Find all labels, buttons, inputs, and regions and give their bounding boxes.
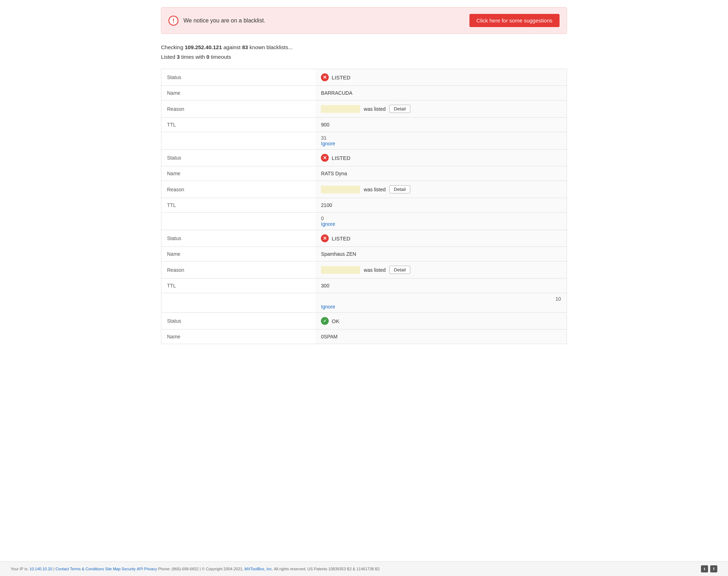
suggestions-button[interactable]: Click here for some suggestions	[469, 14, 560, 27]
footer-contact[interactable]: Contact	[56, 567, 69, 571]
action-row-3: 10 Ignore	[161, 293, 567, 313]
footer-left: Your IP is: 10.140.10.20 | Contact Terms…	[11, 567, 380, 571]
timeouts-text: timeouts	[211, 54, 231, 60]
table-row: TTL 300	[161, 279, 567, 293]
name-value-3: Spamhaus ZEN	[315, 247, 567, 261]
table-row: Reason was listed Detail	[161, 181, 567, 198]
was-listed-text-2: was listed	[364, 187, 385, 192]
footer-company[interactable]: MXToolBox, Inc.	[244, 567, 272, 571]
ignore-link-3[interactable]: Ignore	[321, 304, 335, 310]
listed-icon-1: ✕	[321, 73, 329, 81]
footer-security[interactable]: Security	[121, 567, 136, 571]
footer-rights: All rights reserved. US Patents 10839353…	[274, 567, 380, 571]
table-row: TTL 900	[161, 118, 567, 132]
ip-address: 109.252.40.121	[185, 44, 222, 50]
table-row: Reason was listed Detail	[161, 261, 567, 279]
reason-value-3: was listed Detail	[315, 261, 567, 279]
against-text: against	[223, 44, 240, 50]
name-label-3: Name	[161, 247, 316, 261]
reason-value-2: was listed Detail	[315, 181, 567, 198]
ttl-label-2: TTL	[161, 198, 316, 213]
footer-social: t f	[701, 565, 717, 572]
action-row-2: 0 Ignore	[161, 213, 567, 230]
detail-button-1[interactable]: Detail	[389, 105, 410, 113]
was-listed-text-3: was listed	[364, 267, 385, 273]
entry-number-3: 10	[555, 296, 561, 302]
entry-number-1: 31	[321, 135, 327, 141]
reason-value-1: was listed Detail	[315, 100, 567, 118]
ttl-value-1: 900	[315, 118, 567, 132]
footer-api[interactable]: API	[137, 567, 143, 571]
svg-text:!: !	[172, 17, 174, 24]
twitter-icon[interactable]: t	[701, 565, 708, 572]
table-row: Status ✕ LISTED	[161, 150, 567, 166]
ttl-label: TTL	[161, 118, 316, 132]
blacklist-count: 83	[242, 44, 248, 50]
reason-label-3: Reason	[161, 261, 316, 279]
table-row: Status ✕ LISTED	[161, 69, 567, 86]
status-label: Status	[161, 69, 316, 86]
footer-terms[interactable]: Terms & Conditions	[70, 567, 104, 571]
info-text: Checking 109.252.40.121 against 83 known…	[161, 42, 567, 62]
table-row: Name 0SPAM	[161, 329, 567, 344]
table-row: Name BARRACUDA	[161, 86, 567, 100]
name-value-2: RATS Dyna	[315, 166, 567, 181]
status-label-3: Status	[161, 230, 316, 247]
ignore-link-1[interactable]: Ignore	[321, 141, 335, 146]
status-value-4: ✓ OK	[315, 313, 567, 329]
ttl-label-3: TTL	[161, 279, 316, 293]
ignore-link-2[interactable]: Ignore	[321, 221, 335, 227]
footer-sitemap[interactable]: Site Map	[105, 567, 120, 571]
ttl-value-3: 300	[315, 279, 567, 293]
ok-icon-4: ✓	[321, 317, 329, 325]
table-row: Name RATS Dyna	[161, 166, 567, 181]
ttl-value-2: 2100	[315, 198, 567, 213]
reason-label: Reason	[161, 100, 316, 118]
listed-icon-3: ✕	[321, 234, 329, 242]
footer-ip[interactable]: 10.140.10.20	[30, 567, 52, 571]
reason-highlight-2	[321, 186, 360, 193]
facebook-icon[interactable]: f	[710, 565, 717, 572]
table-row: Status ✓ OK	[161, 313, 567, 329]
name-label-2: Name	[161, 166, 316, 181]
table-row: TTL 2100	[161, 198, 567, 213]
footer-privacy[interactable]: Privacy	[144, 567, 157, 571]
footer: Your IP is: 10.140.10.20 | Contact Terms…	[0, 561, 728, 576]
was-listed-text-1: was listed	[364, 106, 385, 112]
table-row: Reason was listed Detail	[161, 100, 567, 118]
status-label-4: Status	[161, 313, 316, 329]
status-label-2: Status	[161, 150, 316, 166]
name-value-4: 0SPAM	[315, 329, 567, 344]
warning-icon: !	[168, 16, 178, 26]
name-label: Name	[161, 86, 316, 100]
status-value-2: ✕ LISTED	[315, 150, 567, 166]
status-value-3: ✕ LISTED	[315, 230, 567, 247]
entry-number-2: 0	[321, 216, 324, 221]
action-row-1: 31 Ignore	[161, 132, 567, 150]
timeouts-count: 0	[207, 54, 209, 60]
times-text: times with	[181, 54, 205, 60]
known-suffix: known blacklists...	[250, 44, 293, 50]
listed-count: 3	[177, 54, 180, 60]
reason-highlight-3	[321, 266, 360, 274]
detail-button-2[interactable]: Detail	[389, 185, 410, 193]
footer-phone: Phone: (866)-698-6652	[158, 567, 199, 571]
table-row: Name Spamhaus ZEN	[161, 247, 567, 261]
checking-prefix: Checking	[161, 44, 183, 50]
status-value-1: ✕ LISTED	[315, 69, 567, 86]
name-label-4: Name	[161, 329, 316, 344]
ip-label: Your IP is:	[11, 567, 28, 571]
reason-label-2: Reason	[161, 181, 316, 198]
footer-copyright: © Copyright 2004-2021,	[202, 567, 244, 571]
table-row: Status ✕ LISTED	[161, 230, 567, 247]
listed-icon-2: ✕	[321, 154, 329, 162]
listed-prefix: Listed	[161, 54, 175, 60]
detail-button-3[interactable]: Detail	[389, 266, 410, 274]
reason-highlight-1	[321, 105, 360, 113]
results-table: Status ✕ LISTED Name BARRACUDA Reason w	[161, 69, 567, 344]
alert-text: We notice you are on a blacklist.	[183, 17, 464, 24]
name-value-1: BARRACUDA	[315, 86, 567, 100]
alert-banner: ! We notice you are on a blacklist. Clic…	[161, 7, 567, 34]
